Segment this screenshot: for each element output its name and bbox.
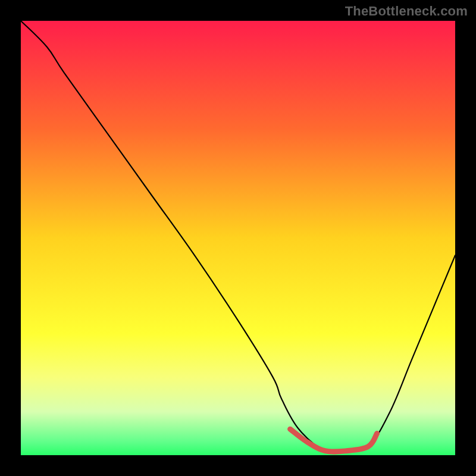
watermark-text: TheBottleneck.com bbox=[345, 4, 468, 19]
gradient-background bbox=[21, 21, 455, 455]
chart-svg bbox=[21, 21, 455, 455]
chart-container: TheBottleneck.com bbox=[0, 0, 476, 476]
plot-area bbox=[21, 21, 455, 455]
